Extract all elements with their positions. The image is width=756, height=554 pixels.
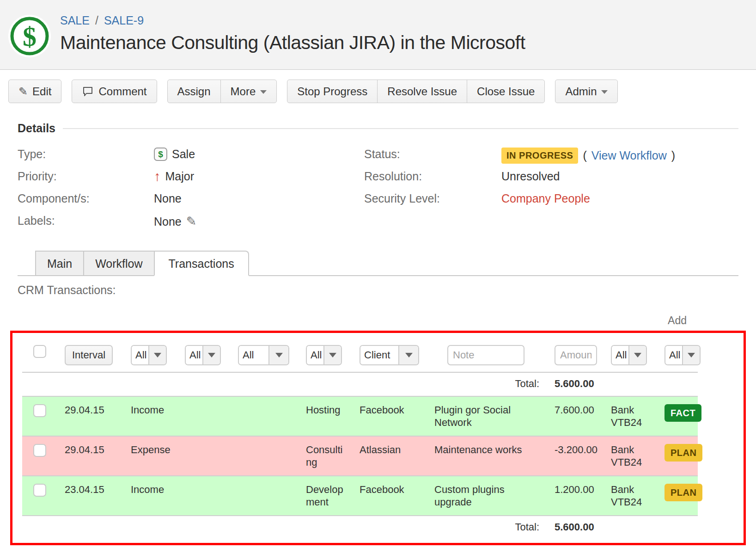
category-filter-dropdown[interactable]: All [306, 345, 342, 365]
add-row: Add [0, 314, 687, 327]
status-filter-value: All [665, 346, 682, 364]
chevron-down-icon [268, 346, 288, 364]
tx-amount: 1.200.00 [543, 476, 601, 516]
workflow-paren-close: ) [671, 149, 675, 162]
total-row-bottom: Total: 5.600.00 [22, 516, 698, 539]
details-heading-label: Details [18, 122, 55, 135]
breadcrumb-project-link[interactable]: SALE [60, 14, 90, 27]
view-workflow-link[interactable]: View Workflow [591, 149, 667, 162]
account-filter-value: All [612, 346, 628, 364]
svg-text:$: $ [23, 21, 37, 52]
total-label: Total: [429, 372, 543, 396]
field-priority: Priority: ↑ Major [18, 170, 364, 192]
chevron-down-icon [682, 346, 700, 364]
tx-date: 29.04.15 [50, 396, 125, 436]
tx-note: Plugin gor Social Network [429, 396, 543, 436]
row-checkbox[interactable] [33, 484, 46, 497]
status-filter-dropdown[interactable]: All [665, 345, 701, 365]
resolve-issue-label: Resolve Issue [387, 85, 457, 98]
tab-workflow[interactable]: Workflow [83, 251, 154, 275]
issue-type-avatar-icon: $ [7, 14, 52, 58]
chevron-down-icon [601, 90, 608, 94]
breadcrumb-issue-link[interactable]: SALE-9 [104, 14, 144, 27]
tx-date: 29.04.15 [50, 436, 125, 476]
comment-bubble-icon [82, 86, 94, 98]
client-filter-dropdown[interactable]: Client [360, 345, 419, 365]
field-components: Component/s: None [18, 192, 364, 214]
edit-labels-pencil-icon[interactable]: ✎ [186, 214, 197, 229]
total-value-bottom: 5.600.00 [543, 516, 601, 539]
transaction-row: 23.04.15 Income Development Facebook Cus… [22, 476, 698, 516]
account-filter-dropdown[interactable]: All [611, 345, 647, 365]
details-section: Details Type: $ Sale Priority: ↑ Major C… [0, 122, 756, 236]
workflow-actions-group: Stop Progress Resolve Issue Close Issue [287, 80, 545, 103]
tx-amount: -3.200.00 [543, 436, 601, 476]
resolution-label: Resolution: [364, 170, 501, 183]
filter-col5-value: All [239, 346, 268, 364]
tab-main[interactable]: Main [35, 251, 84, 275]
tx-client: Facebook [352, 476, 429, 516]
resolve-issue-button[interactable]: Resolve Issue [377, 80, 467, 103]
tx-status-badge: FACT [665, 404, 701, 422]
edit-button[interactable]: ✎ Edit [8, 80, 61, 103]
field-type: Type: $ Sale [18, 148, 364, 170]
comment-button[interactable]: Comment [72, 80, 157, 103]
chevron-down-icon [260, 90, 267, 94]
assign-button[interactable]: Assign [167, 80, 221, 103]
chevron-down-icon [323, 346, 341, 364]
total-row-top: Total: 5.600.00 [22, 372, 698, 396]
tab-transactions[interactable]: Transactions [154, 251, 249, 276]
stop-progress-label: Stop Progress [297, 85, 367, 98]
tx-category: Consulting [300, 436, 352, 476]
filter-dropdown-col4[interactable]: All [185, 345, 221, 365]
major-priority-icon: ↑ [154, 170, 161, 183]
interval-filter-button[interactable]: Interval [65, 345, 113, 365]
client-filter-value: Client [360, 346, 398, 364]
transactions-annotation-box: Interval All All All All [10, 331, 746, 545]
tx-type: Income [125, 476, 183, 516]
stop-progress-button[interactable]: Stop Progress [287, 80, 378, 103]
transaction-rows: 29.04.15 Income Hosting Facebook Plugin … [22, 396, 698, 516]
details-heading: Details [18, 122, 738, 135]
security-level-value[interactable]: Company People [501, 192, 590, 205]
crm-transactions-label: CRM Transactions: [18, 283, 738, 297]
select-all-checkbox[interactable] [33, 345, 46, 358]
labels-label: Labels: [18, 214, 154, 228]
amount-filter-input[interactable] [555, 345, 597, 365]
tab-bar: Main Workflow Transactions [18, 251, 738, 276]
tx-note: Custom plugins upgrade [429, 476, 543, 516]
total-label: Total: [429, 516, 543, 539]
field-labels: Labels: None ✎ [18, 214, 364, 236]
transactions-table: Interval All All All All [22, 333, 698, 539]
tx-amount: 7.600.00 [543, 396, 601, 436]
row-checkbox[interactable] [33, 404, 46, 417]
tx-type: Income [125, 396, 183, 436]
more-button-label: More [231, 85, 256, 98]
filter-dropdown-col5[interactable]: All [238, 345, 289, 365]
type-filter-dropdown[interactable]: All [131, 345, 167, 365]
tx-client: Facebook [352, 396, 429, 436]
type-label: Type: [18, 148, 154, 161]
admin-button-label: Admin [565, 85, 597, 98]
close-issue-button[interactable]: Close Issue [467, 80, 545, 103]
close-issue-label: Close Issue [477, 85, 535, 98]
row-checkbox[interactable] [33, 444, 46, 457]
tab-bar-spacer [18, 251, 36, 275]
tx-client: Atlassian [352, 436, 429, 476]
chevron-down-icon [628, 346, 646, 364]
tx-account: Bank VTB24 [601, 436, 655, 476]
more-dropdown-button[interactable]: More [220, 80, 277, 103]
details-heading-rule [63, 128, 738, 129]
tx-account: Bank VTB24 [601, 476, 655, 516]
tx-category: Development [300, 476, 352, 516]
breadcrumb-separator: / [95, 14, 98, 27]
note-filter-input[interactable] [447, 345, 524, 365]
admin-dropdown-button[interactable]: Admin [555, 80, 618, 103]
labels-value: None [154, 215, 182, 228]
tx-status-badge: PLAN [665, 484, 702, 501]
chevron-down-icon [148, 346, 166, 364]
breadcrumb: SALE / SALE-9 [60, 14, 525, 27]
pencil-icon: ✎ [18, 85, 28, 98]
tx-status-badge: PLAN [665, 444, 702, 462]
add-transaction-link[interactable]: Add [668, 314, 687, 326]
